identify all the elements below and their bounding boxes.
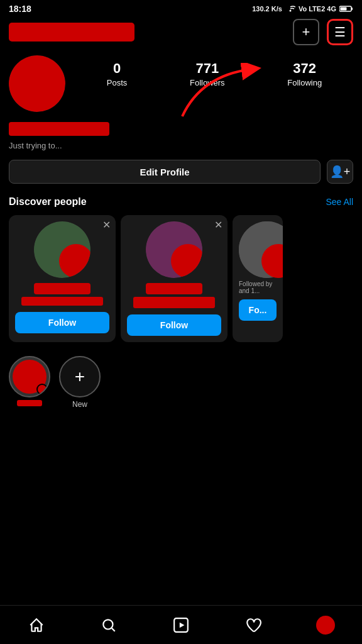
profile-section: 0 Posts 771 Followers 372 Following [0, 50, 362, 119]
avatar-redact [9, 55, 65, 112]
svg-point-4 [103, 619, 112, 629]
follow-card-3-button[interactable]: Fo... [239, 299, 277, 321]
hamburger-icon: ☰ [334, 25, 346, 40]
menu-button[interactable]: ☰ [327, 19, 353, 45]
posts-label: Posts [107, 78, 128, 87]
svg-rect-2 [351, 8, 353, 10]
nav-reels-button[interactable] [165, 609, 197, 641]
bottom-nav [0, 605, 362, 644]
story-user-label-redact [17, 400, 42, 406]
follow-card-3-label: Fo... [249, 305, 267, 315]
new-story-circle[interactable]: + [59, 356, 101, 397]
card-1-name-redact [34, 283, 90, 294]
status-bar: 18:18 130.2 K/s Vo LTE2 4G [0, 0, 362, 16]
card-2-name-redact [146, 283, 202, 294]
add-friend-icon: 👤+ [330, 165, 351, 179]
add-friend-button[interactable]: 👤+ [327, 160, 353, 184]
following-count: 372 [293, 60, 316, 77]
reels-icon [173, 617, 189, 633]
bio-text: Just trying to... [9, 141, 62, 150]
discover-card-3-partial: Followed by and 1... Fo... [233, 215, 283, 342]
card-3-followed-text: Followed by and 1... [239, 280, 277, 294]
network-speed: 130.2 K/s [252, 5, 282, 13]
username-redacted [9, 23, 134, 42]
card-2-followers-redact [133, 297, 215, 308]
card-1-followers-redact [21, 297, 103, 306]
status-right: 130.2 K/s Vo LTE2 4G [252, 5, 353, 13]
add-content-button[interactable]: + [293, 19, 319, 45]
follow-card-1-label: Follow [48, 318, 76, 328]
story-item-new[interactable]: + New [59, 356, 101, 409]
discover-card-1: ✕ Follow [9, 215, 116, 342]
heart-icon [245, 617, 261, 633]
plus-story-icon: + [75, 367, 85, 387]
card-1-avatar [34, 221, 90, 278]
card-1-redact [59, 244, 90, 278]
discover-card-2: ✕ Follow [121, 215, 228, 342]
wifi-icon [285, 5, 295, 13]
card-2-redact [171, 244, 202, 278]
following-label: Following [287, 78, 322, 87]
signal-info: Vo LTE2 4G [299, 5, 336, 13]
follow-card-1-button[interactable]: Follow [15, 312, 109, 333]
followers-label: Followers [190, 78, 225, 87]
story-dot [36, 384, 48, 395]
avatar-circle [9, 55, 65, 112]
follow-card-2-button[interactable]: Follow [127, 314, 221, 336]
discover-title: Discover people [9, 196, 87, 208]
bio-area: Just trying to... [0, 119, 362, 156]
search-icon [101, 617, 117, 633]
battery-icon [339, 5, 353, 13]
see-all-link[interactable]: See All [326, 197, 353, 207]
nav-profile-button[interactable] [310, 609, 341, 641]
nav-profile-avatar [316, 616, 335, 635]
story-item-user[interactable] [9, 356, 50, 406]
posts-stat: 0 Posts [107, 60, 128, 87]
stories-row: + New [0, 347, 362, 414]
card-3-avatar [239, 221, 283, 278]
bottom-spacer [0, 414, 362, 464]
edit-profile-button[interactable]: Edit Profile [9, 160, 321, 184]
top-nav-icons: + ☰ [293, 19, 353, 45]
following-stat[interactable]: 372 Following [287, 60, 322, 87]
svg-point-0 [289, 10, 291, 12]
card-2-avatar [146, 221, 202, 278]
nav-home-button[interactable] [21, 609, 52, 641]
posts-count: 0 [113, 60, 121, 77]
new-story-label: New [72, 400, 87, 409]
display-name-redacted [9, 122, 109, 136]
close-card-1-button[interactable]: ✕ [102, 220, 111, 230]
edit-profile-label: Edit Profile [140, 167, 189, 177]
close-card-2-button[interactable]: ✕ [214, 220, 222, 230]
followers-stat[interactable]: 771 Followers [190, 60, 225, 87]
status-time: 18:18 [9, 4, 31, 14]
follow-card-2-label: Follow [160, 320, 188, 330]
action-buttons: Edit Profile 👤+ [0, 156, 362, 187]
plus-icon: + [302, 24, 310, 40]
avatar-area [9, 55, 65, 112]
nav-likes-button[interactable] [238, 609, 269, 641]
home-icon [28, 617, 45, 633]
discover-header: Discover people See All [9, 196, 353, 208]
svg-rect-3 [341, 8, 347, 11]
stats-row: 0 Posts 771 Followers 372 Following [75, 55, 353, 87]
followers-count: 771 [195, 60, 219, 77]
discover-cards: ✕ Follow ✕ Follow [9, 215, 353, 342]
top-nav: + ☰ [0, 16, 362, 50]
story-circle-user [9, 356, 50, 397]
discover-section: Discover people See All ✕ Follow ✕ [0, 187, 362, 347]
nav-search-button[interactable] [93, 609, 124, 641]
